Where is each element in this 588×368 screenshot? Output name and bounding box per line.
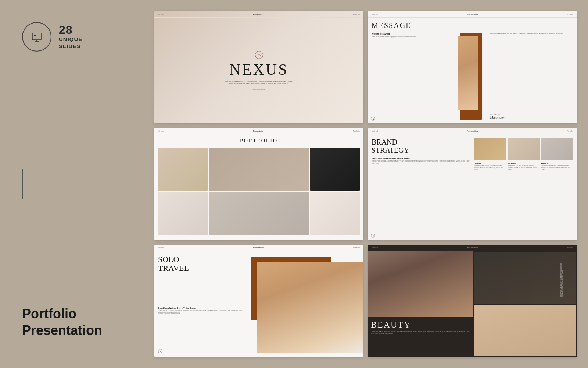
portfolio-photo-grid	[158, 148, 360, 236]
brand-title: BRAND STRATEGY	[372, 138, 471, 154]
svg-rect-3	[34, 35, 36, 36]
left-panel: 28 UNIQUE SLIDES Portfolio Presentation	[0, 0, 154, 368]
portfolio-photo-3	[310, 148, 360, 191]
message-left: Wilkins Micawber Lorem Ipsum available, …	[372, 33, 455, 120]
message-title: MESSAGE	[372, 21, 573, 30]
slide-nexus-cover[interactable]: Minimal Presentation Portfolio NEXUS LOR…	[154, 11, 363, 123]
brand-columns: Creative LOREM IPSUM AVAILABLE, BUT THE …	[474, 162, 574, 170]
slide-beauty[interactable]: Minimal Presentation Portfolio BEAUTY LO…	[368, 245, 577, 357]
slide-4-content: BRAND STRATEGY Good Idea Makes Every Thi…	[368, 134, 577, 240]
brand-right: Creative LOREM IPSUM AVAILABLE, BUT THE …	[474, 138, 574, 236]
slide-2-header: Minimal Presentation Portfolio	[368, 11, 577, 18]
slide-brand-strategy[interactable]: Minimal Presentation Portfolio BRAND STR…	[368, 128, 577, 240]
slide-5-header: Minimal Presentation Portfolio	[154, 245, 363, 251]
message-body: Wilkins Micawber Lorem Ipsum available, …	[372, 33, 573, 120]
slide-message[interactable]: Minimal Presentation Portfolio MESSAGE W…	[368, 11, 577, 123]
slide-5-content: SOLO TRAVEL Good Idea Makes Every Thing …	[154, 251, 363, 357]
slide-3-content: PORTFOLIO	[154, 134, 363, 240]
brand-col-creative: Creative LOREM IPSUM AVAILABLE, BUT THE …	[474, 162, 506, 170]
beauty-right-text: LOREM IPSUM AVAILABLE, BUT THE MAJORITY …	[560, 261, 575, 297]
beauty-photo-right-2	[474, 305, 576, 356]
divider	[22, 169, 23, 199]
presentation-icon	[22, 22, 51, 52]
slide-2-content: MESSAGE Wilkins Micawber Lorem Ipsum ava…	[368, 18, 577, 123]
slide-1-header: Minimal Presentation Portfolio	[154, 11, 363, 18]
portfolio-photo-1	[158, 148, 208, 191]
message-right: LOREM IPSUM AVAILABLE, BUT THE MAJORITY …	[490, 33, 574, 120]
solo-photo	[257, 262, 363, 353]
nexus-url: www.example.com	[253, 89, 265, 91]
svg-rect-5	[37, 36, 39, 37]
nexus-icon	[255, 51, 263, 59]
slide-1-content: NEXUS LOREM IPSUM AVAILABLE, BUT THE MAJ…	[154, 18, 363, 123]
badge-area: 28 UNIQUE SLIDES	[22, 22, 136, 52]
portfolio-photo-6	[310, 192, 360, 235]
portfolio-photo-2	[209, 148, 309, 191]
solo-left: SOLO TRAVEL Good Idea Makes Every Thing …	[154, 251, 250, 357]
svg-rect-0	[32, 33, 41, 40]
slide-solo-travel[interactable]: Minimal Presentation Portfolio SOLO TRAV…	[154, 245, 363, 357]
brand-col-agency: Agency LOREM IPSUM AVAILABLE, BUT THE MA…	[541, 162, 574, 170]
brand-left: BRAND STRATEGY Good Idea Makes Every Thi…	[372, 138, 471, 236]
beauty-bottom-left: BEAUTY LOREM IPSUM AVAILABLE, BUT THE MA…	[368, 317, 473, 357]
brand-photo-1	[474, 138, 506, 160]
beauty-right: LOREM IPSUM AVAILABLE, BUT THE MAJORITY …	[473, 251, 577, 357]
slide-3-header: Minimal Presentation Portfolio	[154, 128, 363, 134]
nexus-title: NEXUS	[229, 62, 288, 77]
slides-grid: Minimal Presentation Portfolio NEXUS LOR…	[154, 11, 577, 357]
portfolio-photo-4	[158, 192, 208, 235]
solo-title: SOLO TRAVEL	[158, 255, 246, 273]
message-photo-frame	[458, 33, 487, 120]
slide-6-content: BEAUTY LOREM IPSUM AVAILABLE, BUT THE MA…	[368, 251, 577, 357]
brand-col-marketing: Marketing LOREM IPSUM AVAILABLE, BUT THE…	[508, 162, 540, 170]
product-title: Portfolio Presentation	[22, 305, 136, 339]
signature-area: SIGNATURE Micander	[490, 114, 574, 120]
beauty-photo-main	[368, 251, 473, 320]
brand-photo-2	[508, 138, 540, 160]
slide-portfolio[interactable]: Minimal Presentation Portfolio PORTFOLIO	[154, 128, 363, 240]
brand-photos	[474, 138, 574, 160]
nexus-subtitle: LOREM IPSUM AVAILABLE, BUT THE MAJORITY …	[222, 80, 296, 85]
slide-6-header: Minimal Presentation Portfolio	[368, 245, 577, 251]
brand-photo-3	[541, 138, 574, 160]
slide-5-logo: ◀	[158, 349, 162, 353]
svg-rect-4	[37, 35, 40, 35]
solo-right	[250, 251, 363, 357]
beauty-left: BEAUTY LOREM IPSUM AVAILABLE, BUT THE MA…	[368, 251, 473, 357]
portfolio-title: PORTFOLIO	[240, 138, 278, 144]
portfolio-photo-5	[209, 192, 309, 235]
svg-marker-6	[258, 53, 261, 56]
person-photo	[458, 36, 478, 110]
slide-count: 28 UNIQUE SLIDES	[59, 24, 82, 50]
slide-4-logo: ◀	[371, 234, 375, 238]
slide-4-header: Minimal Presentation Portfolio	[368, 128, 577, 134]
